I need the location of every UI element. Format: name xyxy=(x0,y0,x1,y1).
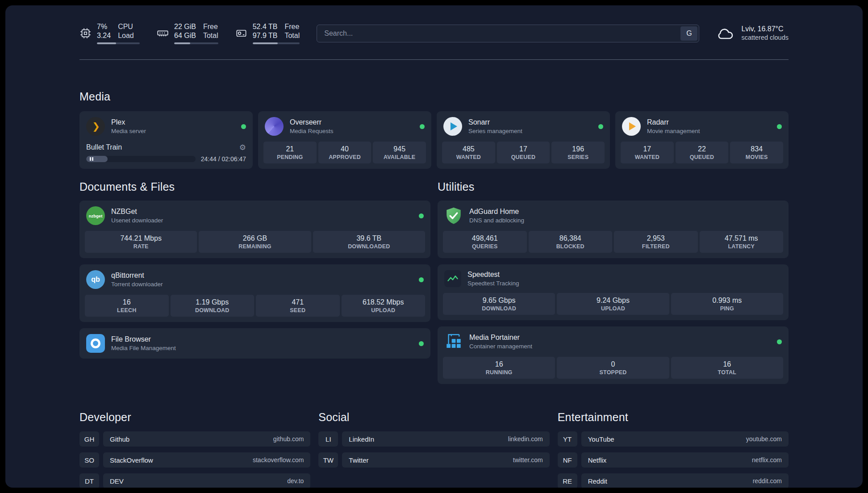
service-name: Speedtest xyxy=(467,270,519,280)
stat-label: BLOCKED xyxy=(530,243,611,250)
bookmark-stackoverflow[interactable]: SO StackOverflow stackoverflow.com xyxy=(79,452,310,468)
stat-label: WANTED xyxy=(622,154,672,160)
cloud-icon xyxy=(716,26,735,40)
service-link-filebrowser[interactable]: File Browser Media File Management xyxy=(79,328,430,359)
stat-downloaded: 39.6 TB DOWNLOADED xyxy=(313,231,425,253)
service-description: Usenet downloader xyxy=(111,217,163,225)
stat-value: 618.52 Mbps xyxy=(343,298,424,306)
media-progress-bar[interactable] xyxy=(86,156,196,162)
bookmark-linkedin[interactable]: LI LinkedIn linkedin.com xyxy=(318,431,549,447)
portainer-icon xyxy=(444,332,463,351)
search-provider-button[interactable]: G xyxy=(680,26,697,41)
stat-value: 16 xyxy=(444,360,554,368)
service-link-portainer[interactable]: Media Portainer Container management xyxy=(438,326,789,357)
stat-latency: 47.571 ms LATENCY xyxy=(700,231,784,253)
service-name: NZBGet xyxy=(111,207,163,217)
memory-total-value: 64 GiB xyxy=(174,31,196,40)
service-link-plex[interactable]: ❯ Plex Media server xyxy=(79,111,253,142)
disk-progress-bar xyxy=(253,42,300,44)
bookmark-abbr: GH xyxy=(79,431,99,447)
stat-value: 22 xyxy=(677,145,727,153)
service-description: Torrent downloader xyxy=(111,280,163,288)
stat-upload: 618.52 Mbps UPLOAD xyxy=(342,295,426,317)
cpu-load-value: 3.24 xyxy=(97,31,111,40)
service-link-qbittorrent[interactable]: qb qBittorrent Torrent downloader xyxy=(79,264,430,295)
service-name: Sonarr xyxy=(468,118,522,127)
cpu-load-label: Load xyxy=(118,31,134,40)
stat-value: 16 xyxy=(86,298,167,306)
top-bar: 7% 3.24 CPU Load 22 GiB xyxy=(79,22,789,44)
stat-queued: 22 QUEUED xyxy=(676,142,729,163)
stat-movies: 834 MOVIES xyxy=(730,142,783,163)
stat-value: 9.65 Gbps xyxy=(444,297,554,305)
gear-icon[interactable]: ⚙ xyxy=(239,144,246,151)
stat-value: 86,384 xyxy=(530,234,611,242)
service-card-portainer: Media Portainer Container management 16 … xyxy=(438,326,789,384)
stat-available: 945 AVAILABLE xyxy=(373,142,426,163)
status-dot xyxy=(419,277,424,282)
bookmark-abbr: DT xyxy=(79,473,99,488)
status-dot xyxy=(241,124,246,129)
stat-label: LATENCY xyxy=(701,243,782,250)
bookmark-reddit[interactable]: RE Reddit reddit.com xyxy=(558,473,789,488)
stat-download: 9.65 Gbps DOWNLOAD xyxy=(443,293,555,315)
service-link-speedtest[interactable]: Speedtest Speedtest Tracking xyxy=(438,264,789,293)
stat-leech: 16 LEECH xyxy=(85,295,169,317)
cpu-usage-value: 7% xyxy=(97,22,111,31)
service-card-overseerr: Overseerr Media Requests 21 PENDING 40 A… xyxy=(258,111,431,169)
service-name: Media Portainer xyxy=(469,333,532,343)
stat-value: 945 xyxy=(374,145,425,153)
stat-value: 2,953 xyxy=(615,234,697,242)
memory-free-value: 22 GiB xyxy=(174,22,196,31)
topbar-divider xyxy=(79,59,789,60)
stat-stopped: 0 STOPPED xyxy=(557,357,669,379)
section-title-documents: Documents & Files xyxy=(79,180,430,193)
bookmark-netflix[interactable]: NF Netflix netflix.com xyxy=(558,452,789,468)
stat-label: QUERIES xyxy=(444,243,526,250)
bookmark-abbr: SO xyxy=(79,452,99,468)
bookmark-github[interactable]: GH Github github.com xyxy=(79,431,310,447)
stat-label: DOWNLOAD xyxy=(444,305,554,312)
service-link-radarr[interactable]: Radarr Movie management xyxy=(615,111,789,142)
stat-label: MOVIES xyxy=(731,154,782,160)
search-bar: G xyxy=(317,25,699,42)
bookmark-pill: Twitter twitter.com xyxy=(342,452,549,468)
status-dot xyxy=(777,124,782,129)
bookmark-url: linkedin.com xyxy=(508,435,543,443)
bookmark-pill: DEV dev.to xyxy=(103,473,310,488)
stat-label: WANTED xyxy=(443,154,494,160)
bookmark-group-social: Social LI LinkedIn linkedin.com TW Twitt… xyxy=(318,411,549,488)
service-name: AdGuard Home xyxy=(469,207,524,217)
stat-label: LEECH xyxy=(86,307,167,313)
stat-upload: 9.24 Gbps UPLOAD xyxy=(557,293,669,315)
bookmark-name: StackOverflow xyxy=(110,456,153,464)
service-link-nzbget[interactable]: nzbget NZBGet Usenet downloader xyxy=(79,201,430,231)
status-dot xyxy=(419,341,424,346)
stat-remaining: 266 GB REMAINING xyxy=(199,231,311,253)
service-name: Plex xyxy=(111,118,146,127)
stat-label: UPLOAD xyxy=(343,307,424,313)
weather-widget: Lviv, 16.87°C scattered clouds xyxy=(716,25,789,42)
stat-label: SEED xyxy=(257,307,338,313)
status-dot xyxy=(419,213,424,218)
bookmark-group-developer: Developer GH Github github.com SO StackO… xyxy=(79,411,310,488)
service-link-overseerr[interactable]: Overseerr Media Requests xyxy=(258,111,431,142)
bookmark-dev[interactable]: DT DEV dev.to xyxy=(79,473,310,488)
search-input[interactable] xyxy=(317,25,699,42)
section-title-developer: Developer xyxy=(79,411,310,424)
stat-label: STOPPED xyxy=(558,369,668,376)
service-link-adguard[interactable]: AdGuard Home DNS and adblocking xyxy=(438,201,789,231)
stat-label: TOTAL xyxy=(672,369,782,376)
stat-value: 485 xyxy=(443,145,494,153)
service-link-sonarr[interactable]: Sonarr Series management xyxy=(437,111,610,142)
stat-value: 47.571 ms xyxy=(701,234,782,242)
memory-icon xyxy=(157,27,169,39)
pause-icon[interactable] xyxy=(90,157,93,161)
bookmark-abbr: RE xyxy=(558,473,577,488)
stat-label: REMAINING xyxy=(200,243,309,250)
bookmark-twitter[interactable]: TW Twitter twitter.com xyxy=(318,452,549,468)
status-dot xyxy=(598,124,603,129)
speedtest-icon xyxy=(444,270,461,287)
bookmark-youtube[interactable]: YT YouTube youtube.com xyxy=(558,431,789,447)
plex-icon: ❯ xyxy=(86,117,105,136)
